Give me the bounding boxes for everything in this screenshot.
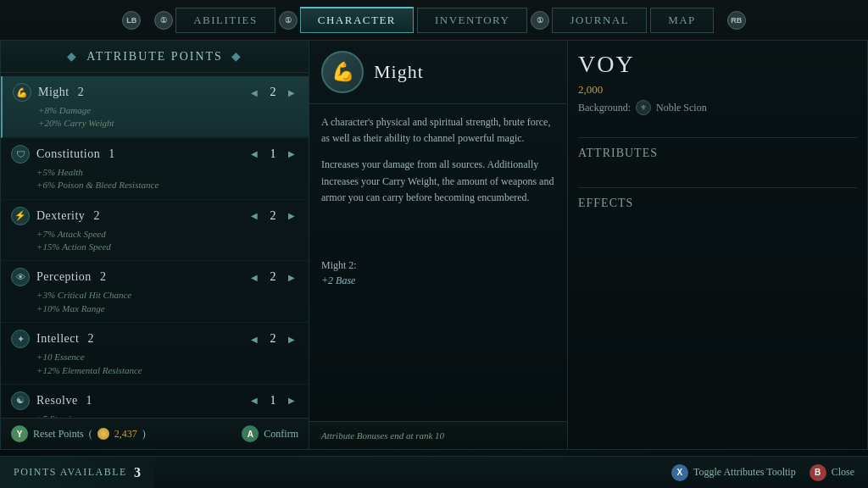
might-level: 2 [78,86,85,99]
dexterity-label: Dexterity [36,209,85,223]
perception-value: 2 [266,270,280,284]
constitution-label: Constitution [36,147,100,161]
ability-desc-paragraph-1: A character's physical and spiritual str… [321,114,555,147]
gold-amount: 2,437 [114,428,137,441]
intellect-increase-button[interactable]: ▶ [285,332,298,346]
might-increase-button[interactable]: ▶ [285,86,298,99]
perception-bonuses: +3% Critical Hit Chance +10% Max Range [36,289,298,315]
constitution-increase-button[interactable]: ▶ [285,147,298,161]
constitution-level: 1 [108,147,115,161]
abilities-nav-wrap[interactable]: ① ABILITIES [154,8,275,33]
abilities-tab[interactable]: ABILITIES [175,8,275,33]
dexterity-increase-button[interactable]: ▶ [285,209,298,223]
perception-increase-button[interactable]: ▶ [285,270,298,284]
dexterity-bonuses: +7% Attack Speed +15% Action Speed [36,228,298,254]
dexterity-decrease-button[interactable]: ◀ [248,209,261,223]
attributes-section: Attributes [578,147,857,167]
journal-tab[interactable]: JOURNAL [552,8,647,33]
a-button-icon: A [242,425,259,442]
intellect-icon: ✦ [11,330,30,348]
resolve-value: 1 [266,394,280,408]
resolve-attribute-item[interactable]: ☯ Resolve 1 ◀ 1 ▶ +5 Stamina +8% Second … [1,385,309,418]
perception-attribute-item[interactable]: 👁 Perception 2 ◀ 2 ▶ +3% Critical Hit Ch… [1,261,309,323]
dexterity-controls: ◀ 2 ▶ [248,209,298,223]
resolve-increase-button[interactable]: ▶ [285,394,298,408]
map-tab[interactable]: MAP [650,8,714,33]
constitution-name-section: 🛡 Constitution 1 [11,145,115,164]
y-button-icon: Y [11,425,28,442]
perception-name-section: 👁 Perception 2 [11,268,106,286]
intellect-bonuses: +10 Essence +12% Elemental Resistance [36,351,298,377]
divider-1 [578,137,857,138]
close-label: Close [832,466,854,479]
might-bonuses: +8% Damage +20% Carry Weight [38,104,298,130]
inventory-tab[interactable]: INVENTORY [417,8,527,33]
effects-section-title: Effects [578,197,857,210]
intellect-label: Intellect [36,332,79,346]
constitution-controls: ◀ 1 ▶ [248,147,298,161]
gold-amount-parenthesis-close: ) [142,428,146,441]
left-panel-footer: Y Reset Points ( 2,437 ) A Confirm [1,418,309,449]
background-icon: ⚜ [636,100,651,115]
ability-footer: Attribute Bonuses end at rank 10 [309,421,567,449]
reset-points-button[interactable]: Y Reset Points ( 2,437 ) [11,425,146,442]
might-attribute-item[interactable]: 💪 Might 2 ◀ 2 ▶ +8% Damage +20% Carry We… [1,76,309,138]
might-icon: 💪 [13,83,31,102]
gold-coin-icon [97,428,109,440]
character-info-panel: VOY 2,000 Background: ⚜ Noble Scion Attr… [568,41,868,450]
rank-value: +2 Base [321,274,555,287]
character-nav-wrap[interactable]: ① CHARACTER [279,7,414,33]
might-decrease-button[interactable]: ◀ [248,86,261,99]
points-available-label: POINTS AVAILABLE [14,466,127,479]
confirm-label: Confirm [264,428,298,441]
rb-button: RB [727,11,746,30]
intellect-attribute-item[interactable]: ✦ Intellect 2 ◀ 2 ▶ +10 Essence +12% Ele… [1,323,309,385]
might-bonus-2: +20% Carry Weight [38,117,298,130]
x-button-icon: X [671,464,688,481]
character-icon: ① [279,11,298,30]
toggle-attributes-tooltip-button[interactable]: X Toggle Attributes Tooltip [671,464,796,481]
ability-rank-info: Might 2: +2 Base [309,252,567,294]
lb-button-wrap: LB [122,11,141,30]
perception-label: Perception [36,270,92,284]
ability-desc-paragraph-2: Increases your damage from all sources. … [321,157,555,206]
constitution-value: 1 [266,147,280,161]
close-button[interactable]: B Close [810,464,854,481]
might-bonus-1: +8% Damage [38,104,298,117]
intellect-decrease-button[interactable]: ◀ [248,332,261,346]
intellect-value: 2 [266,332,280,346]
constitution-decrease-button[interactable]: ◀ [248,147,261,161]
resolve-controls: ◀ 1 ▶ [248,394,298,408]
attribute-points-header: Attribute Points [1,41,309,73]
journal-nav-wrap[interactable]: ① JOURNAL [531,8,647,33]
top-navigation: LB ① ABILITIES ① CHARACTER INVENTORY ① J… [0,0,868,41]
confirm-button[interactable]: A Confirm [242,425,298,442]
dexterity-name-section: ⚡ Dexterity 2 [11,207,100,225]
dexterity-value: 2 [266,209,280,223]
perception-icon: 👁 [11,268,30,286]
perception-decrease-button[interactable]: ◀ [248,270,261,284]
character-tab[interactable]: CHARACTER [300,7,414,33]
toggle-attributes-label: Toggle Attributes Tooltip [693,466,796,479]
rank-title: Might 2: [321,259,555,272]
dexterity-level: 2 [93,209,100,223]
effects-section: Effects [578,197,857,217]
attribute-points-panel: Attribute Points 💪 Might 2 ◀ 2 ▶ [0,41,309,450]
constitution-bonus-2: +6% Poison & Bleed Resistance [36,179,298,191]
attributes-section-title: Attributes [578,147,857,160]
constitution-icon: 🛡 [11,145,30,164]
dexterity-attribute-item[interactable]: ⚡ Dexterity 2 ◀ 2 ▶ +7% Attack Speed +15… [1,200,309,262]
status-bar: POINTS AVAILABLE 3 X Toggle Attributes T… [0,456,868,488]
attributes-list: 💪 Might 2 ◀ 2 ▶ +8% Damage +20% Carry We… [1,73,309,418]
ability-title: Might [374,61,424,83]
constitution-attribute-item[interactable]: 🛡 Constitution 1 ◀ 1 ▶ +5% Health +6% Po… [1,138,309,200]
intellect-bonus-1: +10 Essence [36,351,298,363]
b-button-icon: B [810,464,826,481]
character-gold: 2,000 [578,83,857,97]
intellect-name-section: ✦ Intellect 2 [11,330,94,348]
dexterity-bonus-1: +7% Attack Speed [36,228,298,241]
might-name-section: 💪 Might 2 [13,83,84,102]
resolve-decrease-button[interactable]: ◀ [248,394,261,408]
background-value: Noble Scion [656,102,707,114]
journal-icon: ① [531,11,549,30]
